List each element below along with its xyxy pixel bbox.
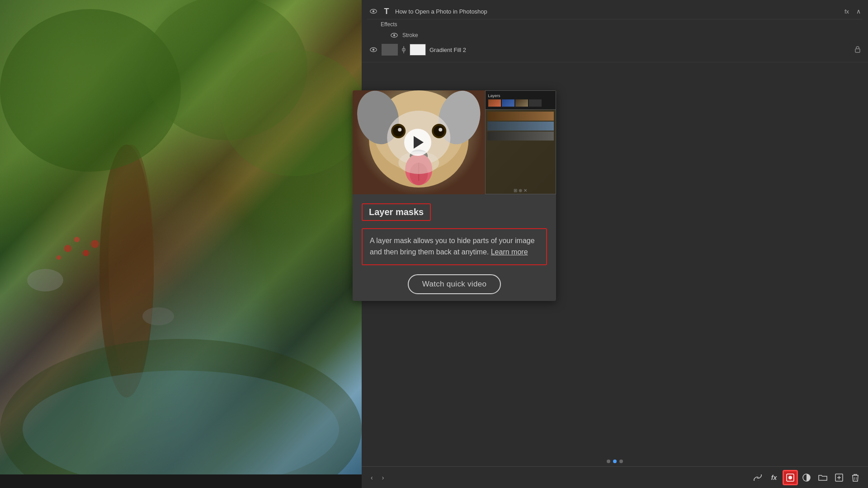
effects-row: Effects (367, 19, 863, 29)
svg-point-10 (57, 255, 61, 260)
description-text: A layer mask allows you to hide parts of… (370, 237, 535, 256)
page-dot-1[interactable] (607, 460, 610, 463)
svg-point-9 (83, 250, 89, 256)
svg-point-7 (64, 245, 71, 252)
eye-icon-stroke[interactable] (390, 31, 399, 40)
delete-layer-icon-btn[interactable] (848, 470, 863, 485)
page-dots (607, 460, 623, 463)
lock-icon (854, 46, 861, 54)
svg-point-12 (27, 269, 63, 291)
svg-point-3 (23, 371, 339, 488)
folder-icon-btn[interactable] (816, 470, 830, 485)
svg-point-33 (434, 126, 444, 136)
play-triangle (414, 136, 424, 149)
canvas-image (0, 0, 362, 488)
svg-point-30 (393, 126, 404, 136)
eye-icon-text-layer[interactable] (369, 7, 378, 16)
chain-link-icon (401, 44, 406, 56)
play-button[interactable] (404, 129, 431, 156)
fx-icon-btn[interactable]: fx (767, 470, 781, 485)
right-panel: T How to Open a Photo in Photoshop fx ∧ … (362, 0, 868, 488)
effects-label: Effects (381, 21, 397, 28)
nav-prev-arrow[interactable]: ‹ (367, 472, 377, 483)
video-overlay-panel: Layers ⊞ ⊕ ✕ (485, 90, 557, 194)
text-layer-row[interactable]: T How to Open a Photo in Photoshop fx ∧ (367, 4, 863, 19)
page-dot-3[interactable] (619, 460, 623, 463)
layers-panel: T How to Open a Photo in Photoshop fx ∧ … (362, 0, 868, 62)
adjustment-icon-btn[interactable] (799, 470, 814, 485)
stroke-row: Stroke (367, 29, 863, 41)
description-box: A layer mask allows you to hide parts of… (362, 228, 547, 265)
gradient-thumb-dark (382, 44, 398, 56)
mask-icon-btn[interactable] (783, 470, 797, 485)
svg-point-31 (398, 128, 401, 131)
svg-point-11 (91, 240, 99, 248)
layer-masks-title: Layer masks (369, 207, 424, 217)
tooltip-popup: Layers ⊞ ⊕ ✕ (353, 90, 556, 301)
eye-icon-gradient[interactable] (369, 45, 378, 54)
add-layer-icon-btn[interactable] (832, 470, 846, 485)
svg-point-17 (393, 34, 396, 37)
learn-more-link[interactable]: Learn more (491, 248, 528, 256)
canvas-bottom-bar (0, 474, 362, 488)
canvas-area (0, 0, 362, 488)
svg-point-13 (142, 307, 174, 325)
svg-point-8 (74, 237, 80, 242)
layer-masks-section: Layer masks A layer mask allows you to h… (353, 194, 556, 301)
video-preview[interactable]: Layers ⊞ ⊕ ✕ (353, 90, 556, 194)
text-layer-name: How to Open a Photo in Photoshop (395, 8, 841, 15)
collapse-icon[interactable]: ∧ (856, 8, 861, 15)
svg-point-40 (788, 476, 792, 479)
gradient-layer-name: Gradient Fill 2 (429, 47, 847, 53)
text-layer-fx[interactable]: fx (844, 8, 849, 15)
stroke-label: Stroke (402, 32, 418, 38)
gradient-thumb-white (410, 44, 426, 56)
svg-rect-22 (855, 49, 860, 52)
bottom-toolbar: ‹ › fx (362, 466, 868, 488)
gradient-fill-layer-row[interactable]: Gradient Fill 2 (367, 41, 863, 58)
svg-rect-39 (787, 474, 794, 481)
svg-point-19 (373, 49, 375, 51)
page-dot-2[interactable] (613, 460, 617, 463)
svg-point-6 (222, 50, 362, 176)
watch-video-button[interactable]: Watch quick video (408, 274, 501, 294)
svg-point-15 (373, 10, 375, 13)
nav-next-arrow[interactable]: › (378, 472, 388, 483)
text-type-icon: T (382, 6, 392, 16)
svg-point-34 (439, 128, 442, 131)
link-icon-btn[interactable] (750, 470, 765, 485)
layer-masks-title-box: Layer masks (362, 203, 431, 221)
